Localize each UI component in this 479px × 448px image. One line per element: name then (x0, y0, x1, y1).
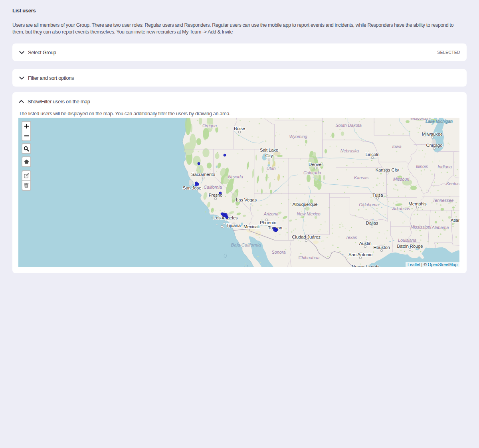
svg-text:Tennessee: Tennessee (433, 198, 454, 203)
svg-text:Utah: Utah (267, 166, 276, 171)
svg-text:San Antonio: San Antonio (348, 252, 372, 257)
svg-text:Mexicali: Mexicali (243, 224, 259, 229)
svg-text:Las Vegas: Las Vegas (236, 197, 257, 202)
svg-text:Phoenix: Phoenix (260, 220, 276, 225)
svg-text:Indiana: Indiana (437, 164, 451, 169)
svg-text:Atlanta: Atlanta (451, 218, 459, 223)
svg-text:Houston: Houston (373, 245, 390, 250)
svg-text:Austin: Austin (359, 241, 372, 246)
svg-text:Salt Lake: Salt Lake (260, 148, 278, 152)
svg-text:Denver: Denver (309, 162, 323, 167)
svg-text:Nuevo Laredo: Nuevo Laredo (352, 264, 380, 267)
svg-text:Lincoln: Lincoln (365, 152, 379, 157)
svg-text:Lake Michigan: Lake Michigan (426, 119, 453, 124)
svg-text:New Mexico: New Mexico (297, 211, 321, 216)
svg-text:Albuquerque: Albuquerque (292, 202, 317, 207)
svg-text:Tijuana: Tijuana (226, 223, 241, 228)
svg-text:Arizona: Arizona (263, 211, 279, 216)
svg-text:Dallas: Dallas (366, 221, 378, 225)
svg-text:Oklahoma: Oklahoma (359, 202, 378, 207)
svg-text:Ciudad Juárez: Ciudad Juárez (292, 235, 321, 239)
svg-text:South Dakota: South Dakota (335, 123, 361, 128)
svg-text:Kentucky: Kentucky (446, 181, 459, 186)
svg-text:Illinois: Illinois (416, 164, 428, 169)
svg-text:Alabama: Alabama (431, 225, 449, 230)
svg-text:Memphis: Memphis (408, 201, 427, 206)
svg-text:Nebraska: Nebraska (340, 148, 359, 153)
svg-text:Wyoming: Wyoming (289, 134, 307, 139)
svg-text:Baton Rouge: Baton Rouge (397, 244, 423, 249)
svg-text:Iowa: Iowa (392, 144, 402, 149)
svg-text:Louisiana: Louisiana (398, 238, 416, 243)
svg-text:Kansas City: Kansas City (375, 168, 399, 172)
svg-text:Chicago: Chicago (426, 143, 443, 148)
svg-text:Chihuahua: Chihuahua (299, 255, 319, 260)
svg-text:Kansas: Kansas (354, 175, 369, 180)
svg-text:Arkansas: Arkansas (392, 206, 410, 211)
svg-text:Oregon: Oregon (202, 123, 217, 128)
svg-text:Sacramento: Sacramento (191, 172, 215, 177)
svg-text:Milwaukee: Milwaukee (422, 132, 443, 136)
svg-text:Nevada: Nevada (228, 174, 243, 179)
svg-text:Tulsa: Tulsa (372, 193, 383, 197)
svg-text:Colorado: Colorado (303, 170, 321, 175)
svg-text:California: California (204, 185, 222, 189)
svg-text:Missouri: Missouri (393, 177, 410, 182)
svg-text:City: City (265, 153, 273, 158)
svg-text:San Jose: San Jose (183, 186, 201, 190)
svg-text:Mississippi: Mississippi (410, 225, 431, 229)
svg-text:Boise: Boise (234, 126, 245, 131)
svg-text:Sonora: Sonora (272, 250, 286, 255)
svg-text:Texas: Texas (346, 235, 357, 240)
svg-text:Baja California: Baja California (231, 243, 261, 247)
